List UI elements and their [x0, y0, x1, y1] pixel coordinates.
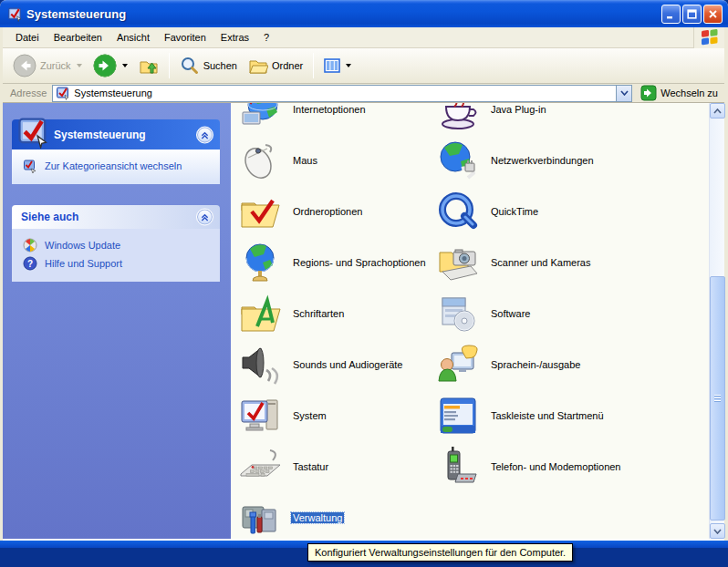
collapse-chevron-icon[interactable]: [196, 209, 213, 226]
control-panel-item[interactable]: Scanner und Kameras: [436, 237, 709, 288]
maximize-button[interactable]: [682, 5, 702, 24]
scroll-down-button[interactable]: [710, 523, 725, 539]
titlebar[interactable]: Systemsteuerung: [0, 0, 728, 27]
control-panel-item-list: InternetoptionenJava Plug-inMausNetzwerk…: [231, 103, 709, 539]
go-button-label: Wechseln zu: [660, 88, 718, 98]
control-panel-item-label[interactable]: Internetoptionen: [291, 104, 368, 115]
panel-systemsteuerung: Systemsteuerung Zur Kategorieansicht wec…: [12, 119, 220, 184]
search-button[interactable]: Suchen: [175, 53, 242, 78]
back-button[interactable]: Zurück: [8, 51, 87, 80]
quicktime-icon: [436, 190, 480, 233]
control-panel-item[interactable]: Netzwerkverbindungen: [436, 135, 709, 186]
folders-button-label: Ordner: [272, 60, 303, 71]
control-panel-item[interactable]: Schriftarten: [238, 288, 436, 339]
panel-siehe-auch: Siehe auch Windows Update?Hilfe und Supp…: [12, 205, 220, 282]
address-dropdown-button[interactable]: [616, 86, 631, 101]
folders-button[interactable]: Ordner: [244, 53, 307, 78]
help-icon: ?: [23, 256, 37, 271]
control-panel-item[interactable]: Ordneroptionen: [238, 186, 436, 237]
control-panel-item[interactable]: Maus: [238, 135, 436, 186]
panel-siehe-auch-header[interactable]: Siehe auch: [12, 205, 220, 229]
sounds-audio-icon: [238, 343, 282, 387]
back-dropdown-caret-icon: [77, 64, 82, 67]
control-panel-item[interactable]: Regions- und Sprachoptionen: [238, 237, 436, 288]
toolbar: Zurück Suchen Ordner: [3, 48, 724, 84]
windows-logo-icon: [693, 27, 724, 48]
control-panel-item-label[interactable]: QuickTime: [489, 206, 540, 217]
control-panel-item[interactable]: System: [238, 390, 436, 441]
control-panel-item-label[interactable]: Scanner und Kameras: [489, 257, 592, 268]
control-panel-item[interactable]: Tastatur: [238, 441, 436, 492]
sidebar-link[interactable]: Zur Kategorieansicht wechseln: [23, 157, 214, 175]
forward-button[interactable]: [88, 51, 132, 80]
control-panel-item[interactable]: Sprachein-/ausgabe: [436, 339, 709, 390]
control-panel-icon: [56, 86, 70, 100]
control-panel-item[interactable]: Software: [436, 288, 709, 339]
category-view-icon: [23, 159, 37, 173]
control-panel-item-label[interactable]: Netzwerkverbindungen: [489, 155, 596, 166]
scroll-up-button[interactable]: [710, 103, 725, 119]
windows-update-icon: [23, 238, 37, 253]
menu-item-extras[interactable]: Extras: [213, 29, 256, 46]
control-panel-item[interactable]: Internetoptionen: [238, 103, 436, 135]
back-icon: [13, 54, 36, 77]
java-icon: [436, 103, 480, 131]
control-panel-item[interactable]: Sounds und Audiogeräte: [238, 339, 436, 390]
minimize-button[interactable]: [661, 5, 681, 24]
folder-options-icon: [238, 190, 282, 233]
window-title: Systemsteuerung: [26, 7, 126, 21]
regional-language-icon: [238, 241, 282, 284]
sidebar-link-label[interactable]: Hilfe und Support: [45, 258, 122, 269]
control-panel-window: Systemsteuerung DateiBearbeitenAnsichtFa…: [0, 0, 728, 548]
close-button[interactable]: [703, 5, 723, 24]
panel-systemsteuerung-header[interactable]: Systemsteuerung: [12, 119, 220, 149]
views-button[interactable]: [319, 55, 356, 77]
svg-text:?: ?: [27, 259, 33, 269]
control-panel-item-label[interactable]: Sounds und Audiogeräte: [291, 359, 405, 370]
vertical-scrollbar[interactable]: [709, 103, 724, 539]
sidebar-link[interactable]: Windows Update: [23, 236, 214, 254]
internet-options-icon: [238, 103, 282, 131]
control-panel-item-label[interactable]: Sprachein-/ausgabe: [489, 359, 582, 370]
fonts-icon: [238, 292, 282, 335]
scrollbar-thumb[interactable]: [710, 276, 725, 521]
control-panel-item-label[interactable]: Telefon- und Modemoptionen: [489, 461, 622, 472]
control-panel-item[interactable]: Taskleiste und Startmenü: [436, 390, 709, 441]
address-input[interactable]: [74, 87, 612, 100]
menu-item-favoriten[interactable]: Favoriten: [157, 29, 213, 46]
speech-icon: [436, 343, 480, 387]
control-panel-item-label[interactable]: Taskleiste und Startmenü: [489, 410, 606, 421]
menu-item-bearbeiten[interactable]: Bearbeiten: [47, 29, 109, 46]
menu-item-datei[interactable]: Datei: [8, 29, 47, 46]
search-icon: [180, 56, 200, 76]
control-panel-item-label[interactable]: Schriftarten: [291, 308, 346, 319]
sidebar-link-label[interactable]: Zur Kategorieansicht wechseln: [45, 160, 182, 171]
up-folder-icon: [139, 56, 159, 76]
control-panel-item-label[interactable]: Ordneroptionen: [291, 206, 364, 217]
back-button-label: Zurück: [40, 60, 71, 71]
control-panel-item-label-selected[interactable]: Verwaltung: [291, 512, 344, 523]
go-button[interactable]: Wechseln zu: [638, 84, 723, 102]
up-button[interactable]: [134, 53, 163, 78]
control-panel-item[interactable]: Java Plug-in: [436, 103, 709, 135]
admin-tools-icon: [238, 496, 282, 539]
control-panel-item-label[interactable]: Tastatur: [291, 461, 330, 472]
address-combo[interactable]: [52, 85, 632, 102]
sidebar-link[interactable]: ?Hilfe und Support: [23, 254, 214, 273]
sidebar-link-label[interactable]: Windows Update: [45, 240, 120, 251]
control-panel-item-label[interactable]: Maus: [291, 155, 319, 166]
control-panel-item-label[interactable]: Software: [489, 308, 532, 319]
control-panel-item-label[interactable]: Regions- und Sprachoptionen: [291, 257, 428, 268]
control-panel-item[interactable]: QuickTime: [436, 186, 709, 237]
menu-item-help[interactable]: ?: [256, 29, 276, 46]
control-panel-item-label[interactable]: System: [291, 410, 328, 421]
phone-modem-icon: [436, 445, 480, 489]
collapse-chevron-icon[interactable]: [196, 126, 213, 143]
views-icon: [324, 57, 340, 74]
menu-item-ansicht[interactable]: Ansicht: [109, 29, 157, 46]
address-label: Adresse: [10, 88, 47, 98]
control-panel-item[interactable]: Telefon- und Modemoptionen: [436, 441, 709, 492]
toolbar-separator: [313, 53, 314, 78]
control-panel-item-label[interactable]: Java Plug-in: [489, 104, 548, 115]
control-panel-item[interactable]: Verwaltung: [238, 492, 436, 539]
